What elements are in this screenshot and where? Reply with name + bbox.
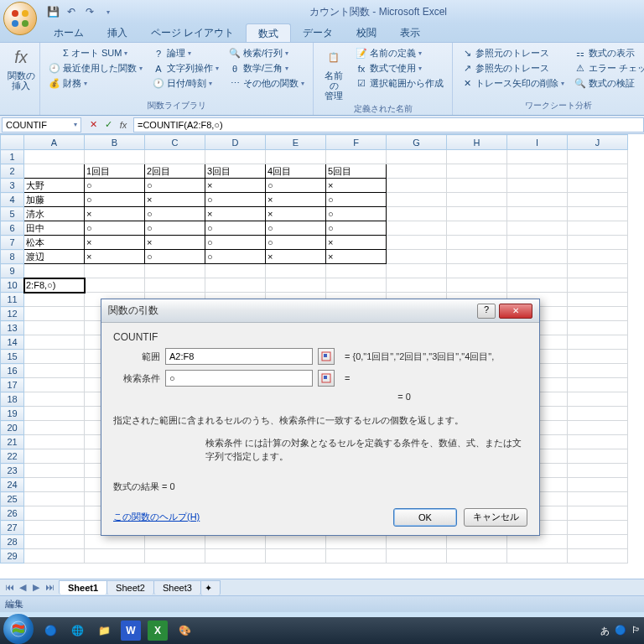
remove-arrows-button[interactable]: ✕トレース矢印の削除▾ — [458, 76, 568, 91]
cell[interactable] — [447, 164, 507, 179]
tab-data[interactable]: データ — [291, 23, 345, 42]
cell[interactable] — [507, 549, 568, 564]
column-header[interactable]: F — [326, 135, 387, 150]
cell[interactable]: × — [85, 250, 145, 264]
cancel-button[interactable]: キャンセル — [464, 508, 527, 527]
cell[interactable] — [507, 164, 568, 179]
cell[interactable]: 3回目 — [205, 164, 266, 179]
lookup-button[interactable]: 🔍検索/行列▾ — [226, 46, 308, 60]
cell[interactable] — [568, 506, 628, 521]
cell[interactable]: 渡辺 — [24, 250, 85, 264]
cell[interactable] — [205, 535, 266, 549]
cell[interactable] — [24, 321, 85, 335]
datetime-button[interactable]: 🕐日付/時刻▾ — [149, 76, 222, 91]
cell[interactable] — [387, 207, 447, 221]
cell[interactable] — [85, 264, 145, 278]
cell[interactable]: 大野 — [24, 179, 85, 193]
cell[interactable]: × — [145, 236, 205, 250]
cell[interactable] — [568, 236, 628, 250]
cell[interactable] — [447, 150, 507, 164]
sheet-tab-2[interactable]: Sheet2 — [106, 580, 154, 595]
cell[interactable] — [568, 421, 628, 435]
criteria-selector-button[interactable] — [318, 370, 335, 387]
sheet-nav-prev-icon[interactable]: ◀ — [17, 582, 29, 593]
column-header[interactable]: J — [568, 135, 628, 150]
dialog-help-button[interactable]: ? — [477, 304, 496, 319]
cell[interactable]: ○ — [266, 221, 326, 236]
tray-icon[interactable]: 🔵 — [615, 625, 626, 637]
row-header[interactable]: 16 — [1, 364, 24, 378]
create-from-selection-button[interactable]: ☑選択範囲から作成 — [352, 76, 447, 91]
row-header[interactable]: 28 — [1, 535, 24, 549]
cell[interactable] — [507, 179, 568, 193]
row-header[interactable]: 18 — [1, 392, 24, 407]
cell[interactable] — [568, 221, 628, 236]
cell[interactable]: ○ — [205, 236, 266, 250]
cell[interactable] — [568, 193, 628, 207]
cell[interactable] — [145, 150, 205, 164]
cell[interactable] — [24, 164, 85, 179]
cell[interactable] — [24, 392, 85, 407]
cell[interactable] — [24, 478, 85, 492]
cell[interactable] — [24, 492, 85, 506]
taskbar-excel-icon[interactable]: X — [148, 621, 168, 641]
cell[interactable] — [507, 535, 568, 549]
autosum-button[interactable]: Σ オート SUM▾ — [45, 46, 146, 60]
cell[interactable]: ○ — [85, 193, 145, 207]
cell[interactable] — [568, 179, 628, 193]
cell[interactable]: ○ — [145, 207, 205, 221]
qat-save-icon[interactable]: 💾 — [45, 4, 60, 19]
row-header[interactable]: 14 — [1, 335, 24, 350]
taskbar-app-icon[interactable]: 🔵 — [40, 621, 60, 641]
cell[interactable] — [24, 378, 85, 392]
cell[interactable] — [205, 549, 266, 564]
ime-indicator[interactable]: あ — [600, 625, 610, 637]
taskbar-chrome-icon[interactable]: 🌐 — [67, 621, 87, 641]
tab-formulas[interactable]: 数式 — [246, 23, 291, 42]
row-header[interactable]: 8 — [1, 250, 24, 264]
row-header[interactable]: 23 — [1, 464, 24, 478]
define-name-button[interactable]: 📝名前の定義▾ — [352, 46, 447, 60]
cell[interactable] — [145, 549, 205, 564]
financial-button[interactable]: 💰財務▾ — [45, 76, 146, 91]
cell[interactable] — [568, 478, 628, 492]
cell[interactable]: × — [326, 236, 387, 250]
cell[interactable]: × — [266, 207, 326, 221]
tab-home[interactable]: ホーム — [42, 23, 96, 42]
cell[interactable] — [85, 150, 145, 164]
cell[interactable] — [24, 506, 85, 521]
range-selector-button[interactable] — [318, 348, 335, 365]
cell[interactable] — [568, 378, 628, 392]
sheet-nav-first-icon[interactable]: ⏮ — [3, 582, 15, 593]
cell[interactable] — [387, 549, 447, 564]
column-header[interactable]: A — [24, 135, 85, 150]
cell[interactable] — [447, 179, 507, 193]
cell[interactable] — [326, 264, 387, 278]
cell[interactable] — [24, 350, 85, 364]
cell[interactable]: × — [85, 236, 145, 250]
qat-undo-icon[interactable]: ↶ — [64, 4, 79, 19]
cell[interactable] — [507, 278, 568, 293]
arg-criteria-input[interactable] — [165, 370, 313, 387]
cell[interactable] — [568, 535, 628, 549]
sheet-nav-last-icon[interactable]: ⏭ — [44, 582, 55, 593]
cell[interactable] — [507, 193, 568, 207]
cell[interactable] — [568, 278, 628, 293]
dialog-close-button[interactable]: ✕ — [499, 304, 532, 319]
evaluate-formula-button[interactable]: 🔍数式の検証 — [571, 76, 644, 91]
row-header[interactable]: 25 — [1, 492, 24, 506]
cell[interactable]: ○ — [266, 236, 326, 250]
cell[interactable] — [507, 236, 568, 250]
row-header[interactable]: 13 — [1, 321, 24, 335]
cell[interactable] — [568, 150, 628, 164]
row-header[interactable]: 4 — [1, 193, 24, 207]
row-header[interactable]: 12 — [1, 307, 24, 321]
cell[interactable] — [24, 535, 85, 549]
arg-range-input[interactable] — [165, 348, 313, 365]
cell[interactable]: ○ — [205, 250, 266, 264]
column-header[interactable]: E — [266, 135, 326, 150]
cell[interactable]: 田中 — [24, 221, 85, 236]
cell[interactable] — [568, 435, 628, 449]
cell[interactable]: ○ — [326, 193, 387, 207]
math-button[interactable]: θ数学/三角▾ — [226, 61, 308, 75]
